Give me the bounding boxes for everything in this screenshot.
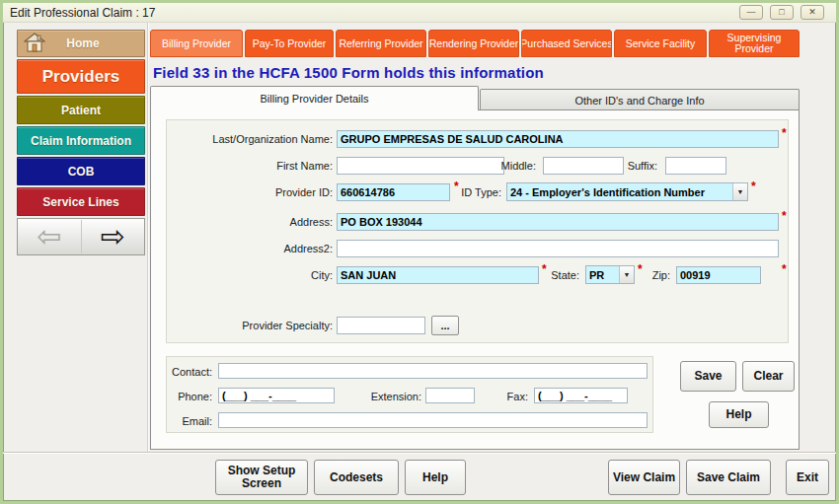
id-type-select[interactable]: 24 - Employer's Identification Number ▼ [506, 182, 748, 201]
required-marker: * [751, 180, 756, 193]
email-label: Email: [151, 415, 212, 427]
tab-purchased-services[interactable]: Purchased Services [521, 30, 612, 57]
tab-referring-provider[interactable]: Referring Provider [336, 30, 426, 57]
save-button[interactable]: Save [680, 361, 736, 392]
title-bar: Edit Professional Claim : 17 — □ ✕ [3, 3, 836, 23]
phone-label: Phone: [151, 391, 212, 402]
close-icon[interactable]: ✕ [801, 5, 824, 20]
help-button-side[interactable]: Help [709, 401, 769, 428]
state-select[interactable]: PR ▼ [585, 265, 635, 284]
sidebar-item-label: Patient [61, 104, 101, 117]
middle-label: Middle: [457, 160, 536, 172]
codesets-button[interactable]: Codesets [314, 460, 399, 495]
sidebar-item-patient[interactable]: Patient [17, 96, 145, 124]
address-field[interactable] [337, 213, 779, 231]
sidebar-item-label: COB [68, 165, 95, 179]
provider-specialty-label: Provider Specialty: [151, 320, 333, 331]
suffix-field[interactable] [665, 157, 726, 175]
sidebar-item-label: Home [55, 36, 111, 50]
sidebar-item-label: Claim Information [31, 134, 131, 148]
extension-label: Extension: [358, 391, 421, 402]
provider-id-field[interactable] [337, 183, 450, 201]
state-value: PR [586, 269, 619, 281]
provider-id-label: Provider ID: [151, 186, 333, 198]
tab-service-facility[interactable]: Service Facility [614, 30, 707, 57]
required-marker: * [782, 209, 787, 223]
sidebar-item-label: Service Lines [42, 195, 118, 209]
help-button-bottom[interactable]: Help [405, 460, 466, 495]
state-label: State: [544, 269, 579, 281]
provider-tab-strip: Billing Provider Pay-To Provider Referri… [150, 30, 800, 57]
billing-provider-details-panel: Last/Organization Name: * First Name: Mi… [150, 109, 800, 450]
sidebar-item-claim-information[interactable]: Claim Information [17, 126, 145, 155]
chevron-down-icon: ▼ [619, 266, 634, 283]
view-claim-button[interactable]: View Claim [608, 460, 680, 495]
address2-field[interactable] [337, 240, 779, 257]
bottom-separator [3, 452, 836, 453]
window-title: Edit Professional Claim : 17 [10, 6, 155, 20]
back-arrow-icon[interactable]: ⇦ [18, 220, 82, 253]
tab-rendering-provider[interactable]: Rendering Provider [428, 30, 519, 57]
tab-pay-to-provider[interactable]: Pay-To Provider [245, 30, 334, 57]
save-claim-button[interactable]: Save Claim [686, 460, 771, 495]
clear-button[interactable]: Clear [742, 361, 795, 392]
extension-field[interactable] [425, 388, 475, 403]
zip-field[interactable] [676, 266, 761, 284]
hcfa-note: Field 33 in the HCFA 1500 Form holds thi… [153, 64, 544, 81]
address-label: Address: [151, 216, 333, 228]
sidebar-item-label: Providers [42, 67, 119, 87]
tab-other-ids-charge-info[interactable]: Other ID's and Charge Info [480, 89, 800, 110]
last-org-name-field[interactable] [337, 130, 779, 148]
exit-button[interactable]: Exit [786, 460, 829, 495]
provider-specialty-browse-button[interactable]: ... [431, 316, 459, 335]
edit-professional-claim-window: Edit Professional Claim : 17 — □ ✕ Home … [0, 0, 839, 504]
required-marker: * [782, 262, 787, 276]
fax-field[interactable] [534, 388, 628, 403]
first-name-label: First Name: [151, 160, 333, 172]
required-marker: * [782, 126, 787, 140]
sidebar-item-cob[interactable]: COB [17, 157, 145, 185]
sidebar-item-home[interactable]: Home [17, 30, 145, 57]
contact-field[interactable] [218, 363, 648, 379]
maximize-icon[interactable]: □ [770, 5, 794, 20]
email-field[interactable] [218, 412, 648, 428]
last-org-name-label: Last/Organization Name: [151, 133, 333, 145]
tab-billing-provider-details[interactable]: Billing Provider Details [150, 86, 479, 110]
zip-label: Zip: [641, 269, 670, 281]
sidebar-nav: ⇦ ⇨ [17, 218, 145, 255]
tab-supervising-provider[interactable]: Supervising Provider [709, 30, 800, 57]
phone-field[interactable] [218, 388, 335, 403]
provider-fields-group [166, 119, 789, 343]
sidebar-item-providers[interactable]: Providers [17, 59, 145, 94]
sidebar-divider [147, 23, 149, 453]
window-controls: — □ ✕ [739, 5, 824, 20]
address2-label: Address2: [151, 243, 333, 254]
tab-billing-provider[interactable]: Billing Provider [150, 30, 243, 57]
chevron-down-icon: ▼ [732, 183, 747, 200]
minimize-icon[interactable]: — [739, 5, 763, 20]
show-setup-screen-button[interactable]: Show Setup Screen [215, 460, 308, 495]
provider-specialty-field[interactable] [337, 317, 425, 334]
city-label: City: [151, 269, 333, 281]
sidebar-item-service-lines[interactable]: Service Lines [17, 187, 145, 216]
id-type-label: ID Type: [455, 186, 501, 198]
id-type-value: 24 - Employer's Identification Number [507, 186, 732, 198]
suffix-label: Suffix: [600, 160, 657, 172]
forward-arrow-icon[interactable]: ⇨ [82, 220, 145, 253]
contact-label: Contact: [151, 366, 212, 378]
home-icon [24, 33, 45, 55]
fax-label: Fax: [487, 391, 528, 402]
city-field[interactable] [337, 266, 539, 284]
